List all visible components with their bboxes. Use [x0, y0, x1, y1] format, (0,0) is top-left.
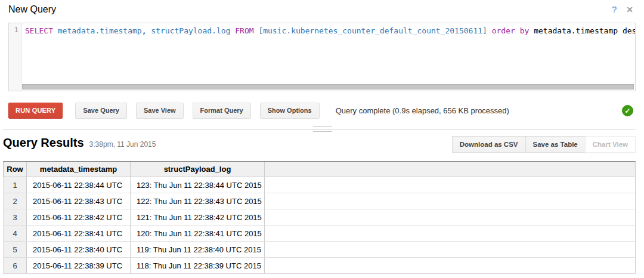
close-icon[interactable]: ✕: [626, 5, 633, 14]
query-editor[interactable]: 1 SELECT metadata.timestamp, structPaylo…: [8, 23, 636, 91]
line-number: 1: [9, 23, 21, 34]
sql-token: ,: [142, 26, 147, 35]
download-as-csv-button[interactable]: Download as CSV: [452, 136, 526, 153]
cell-structpayload-log: 120: Thu Jun 11 22:38:41 UTC 2015: [131, 226, 265, 241]
results-table-body: 12015-06-11 22:38:44 UTC123: Thu Jun 11 …: [3, 177, 636, 274]
results-actions: Download as CSV Save as Table Chart View: [452, 136, 636, 153]
results-table-header: Row metadata_timestamp structPayload_log: [3, 161, 636, 177]
sql-token: [515, 26, 520, 35]
grip-lines-icon: [313, 126, 332, 132]
query-status-text: Query complete (0.9s elapsed, 656 KB pro…: [336, 106, 509, 115]
cell-metadata-timestamp: 2015-06-11 22:38:44 UTC: [27, 177, 131, 193]
cell-filler: [265, 258, 635, 273]
sql-token: FROM: [235, 26, 253, 35]
results-title: Query Results: [3, 136, 84, 150]
cell-filler: [265, 242, 635, 257]
splitter-drag-handle[interactable]: [313, 126, 332, 132]
column-header-structpayload-log[interactable]: structPayload_log: [131, 162, 265, 177]
sql-token: metadata.timestamp: [58, 26, 142, 35]
sql-token: [music.kubernetes_counter_default_count_…: [258, 26, 487, 35]
cell-structpayload-log: 118: Thu Jun 11 22:38:39 UTC 2015: [131, 258, 265, 273]
sql-token: [529, 26, 534, 35]
chart-view-button: Chart View: [585, 136, 636, 153]
results-header: Query Results 3:38pm, 11 Jun 2015: [3, 136, 156, 154]
cell-metadata-timestamp: 2015-06-11 22:38:41 UTC: [27, 226, 131, 241]
column-header-row[interactable]: Row: [4, 162, 27, 177]
sql-token: by: [520, 26, 530, 35]
cell-row-number: 6: [4, 258, 27, 273]
query-success-check-icon: ✓: [622, 105, 633, 116]
table-row[interactable]: 62015-06-11 22:38:39 UTC118: Thu Jun 11 …: [3, 258, 636, 274]
sql-token: [618, 26, 623, 35]
results-table: Row metadata_timestamp structPayload_log…: [3, 161, 636, 274]
run-query-button[interactable]: RUN QUERY: [8, 103, 63, 119]
cell-row-number: 4: [4, 226, 27, 241]
sql-token: metadata.timestamp: [534, 26, 618, 35]
cell-metadata-timestamp: 2015-06-11 22:38:39 UTC: [27, 258, 131, 273]
table-row[interactable]: 32015-06-11 22:38:42 UTC121: Thu Jun 11 …: [3, 209, 636, 226]
sql-token: [487, 26, 492, 35]
sql-token: desc: [623, 26, 635, 35]
sql-token: [53, 26, 58, 35]
cell-filler: [265, 209, 635, 225]
sql-token: SELECT: [25, 26, 53, 35]
cell-metadata-timestamp: 2015-06-11 22:38:40 UTC: [27, 242, 131, 257]
cell-filler: [265, 193, 635, 209]
cell-metadata-timestamp: 2015-06-11 22:38:42 UTC: [27, 209, 131, 225]
help-icon[interactable]: ?: [612, 4, 617, 14]
page-title: New Query: [8, 4, 56, 15]
cell-structpayload-log: 121: Thu Jun 11 22:38:42 UTC 2015: [131, 209, 265, 225]
cell-row-number: 5: [4, 242, 27, 257]
format-query-button[interactable]: Format Query: [193, 103, 251, 119]
sql-line[interactable]: SELECT metadata.timestamp, structPayload…: [22, 23, 635, 36]
cell-filler: [265, 226, 635, 241]
query-toolbar: RUN QUERY Save Query Save View Format Qu…: [8, 103, 636, 119]
cell-row-number: 1: [4, 177, 27, 193]
table-row[interactable]: 22015-06-11 22:38:43 UTC122: Thu Jun 11 …: [3, 193, 636, 209]
cell-row-number: 3: [4, 209, 27, 225]
table-row[interactable]: 42015-06-11 22:38:41 UTC120: Thu Jun 11 …: [3, 226, 636, 242]
save-as-table-button[interactable]: Save as Table: [525, 136, 586, 153]
cell-structpayload-log: 123: Thu Jun 11 22:38:44 UTC 2015: [131, 177, 265, 193]
editor-horizontal-scrollbar[interactable]: [22, 84, 634, 89]
table-row[interactable]: 52015-06-11 22:38:40 UTC119: Thu Jun 11 …: [3, 242, 636, 258]
editor-code-area[interactable]: SELECT metadata.timestamp, structPayload…: [22, 23, 635, 85]
new-query-panel: New Query ? ✕ 1 SELECT metadata.timestam…: [0, 0, 644, 278]
column-header-metadata-timestamp[interactable]: metadata_timestamp: [27, 162, 131, 177]
window-controls: ? ✕: [612, 4, 633, 14]
cell-structpayload-log: 119: Thu Jun 11 22:38:40 UTC 2015: [131, 242, 265, 257]
table-row[interactable]: 12015-06-11 22:38:44 UTC123: Thu Jun 11 …: [3, 177, 636, 193]
cell-structpayload-log: 122: Thu Jun 11 22:38:43 UTC 2015: [131, 193, 265, 209]
cell-row-number: 2: [4, 193, 27, 209]
results-timestamp: 3:38pm, 11 Jun 2015: [89, 140, 156, 149]
editor-gutter: 1: [9, 23, 21, 91]
save-query-button[interactable]: Save Query: [75, 103, 127, 119]
show-options-button[interactable]: Show Options: [260, 103, 320, 119]
cell-filler: [265, 177, 635, 193]
sql-token: order: [492, 26, 515, 35]
sql-token: structPayload.log: [151, 26, 230, 35]
cell-metadata-timestamp: 2015-06-11 22:38:43 UTC: [27, 193, 131, 209]
save-view-button[interactable]: Save View: [136, 103, 184, 119]
column-header-filler: [265, 162, 635, 177]
